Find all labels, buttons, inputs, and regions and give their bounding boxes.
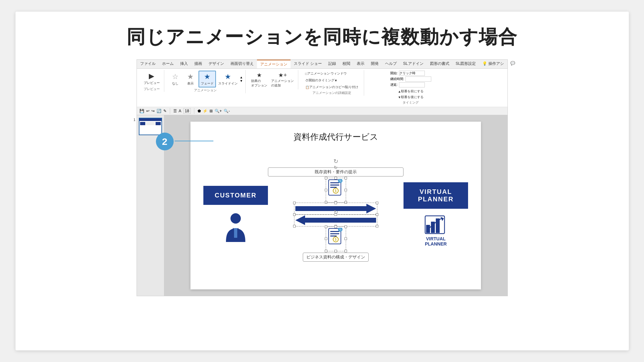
- slide-thumb-container: 1: [139, 118, 162, 135]
- anim-detail-group: □ アニメーション ウィンドウ ⏱ 開始のタイミング ▼ 📋 アニメーションのコ…: [300, 70, 364, 96]
- font-size[interactable]: 18: [183, 108, 191, 114]
- align-icon[interactable]: ⊞: [210, 109, 213, 113]
- duration-input[interactable]: [405, 76, 431, 82]
- tab-review[interactable]: 校閲: [339, 60, 353, 68]
- svg-text:$: $: [335, 189, 337, 193]
- anim-slide-icon: ★: [223, 72, 232, 81]
- order-down-btn[interactable]: ▼ 順番を後にする: [396, 95, 425, 100]
- slide-title: 資料作成代行サービス: [293, 131, 378, 143]
- anim-appear-btn[interactable]: ★ 表示: [183, 71, 198, 87]
- customer-box: CUSTOMER: [203, 186, 268, 205]
- add-animation-btn[interactable]: ★+ アニメーションの追加: [270, 71, 295, 89]
- tab-help-icon[interactable]: 💡 操作アシ: [479, 60, 507, 68]
- tab-comment[interactable]: 💬: [507, 60, 518, 68]
- svg-text:↻: ↻: [339, 228, 342, 231]
- animation-group: ☆ なし ★ 表示 ★ フェード ★ スライドイン: [166, 70, 246, 93]
- start-value-input[interactable]: [399, 71, 425, 76]
- connector-icon[interactable]: ⚡: [203, 109, 208, 113]
- order-up-btn[interactable]: ▲ 順番を前にする: [396, 89, 425, 94]
- slide-diagram: CUSTOMER: [203, 149, 468, 280]
- main-title: 同じアニメーションを同時に複数動かす場合: [127, 25, 517, 50]
- tab-file[interactable]: ファイル: [137, 60, 159, 68]
- slide-main: 資料作成代行サービス CUSTOMER: [164, 115, 507, 296]
- anim-fade-icon: ★: [203, 72, 212, 81]
- redo-icon[interactable]: ↪: [151, 109, 155, 113]
- effects-icon: ★: [257, 72, 262, 79]
- page-container: 同じアニメーションを同時に複数動かす場合 ファイル ホーム 挿入 描画 デザイン…: [15, 12, 629, 350]
- preview-group-label: プレビュー: [144, 87, 160, 91]
- start-timing-btn[interactable]: ⏱ 開始のタイミング ▼: [304, 77, 360, 83]
- person-svg: [223, 211, 249, 242]
- anim-detail-label: アニメーションの詳細設定: [312, 91, 351, 95]
- shape-icon[interactable]: ⬟: [198, 109, 201, 113]
- center-col: ↻ ↻ 既存資料・要件の提示: [268, 167, 404, 262]
- vp-col: VIRTUAL PLANNER: [404, 182, 468, 246]
- effects-group: ★ 効果のオプション ★+ アニメーションの追加: [247, 70, 298, 89]
- anim-fade-btn[interactable]: ★ フェード: [199, 71, 216, 87]
- customer-col: CUSTOMER: [203, 186, 268, 243]
- preview-group: ▶ プレビュー プレビュー: [139, 70, 164, 92]
- slide-area: 1 資料作成代行サービス: [137, 115, 507, 296]
- anim-slide-btn[interactable]: ★ スライドイン: [217, 71, 239, 87]
- tab-view[interactable]: 表示: [353, 60, 368, 68]
- vp-logo: VIRTUAL PLANNER: [424, 215, 447, 246]
- arrow-left-selected[interactable]: ↻: [295, 216, 376, 225]
- preview-button[interactable]: ▶ プレビュー: [142, 71, 161, 86]
- delay-input[interactable]: [399, 82, 425, 87]
- vp-logo-text: VIRTUAL PLANNER: [425, 236, 447, 246]
- preview-icon: ▶: [147, 72, 156, 81]
- svg-rect-1: [234, 228, 237, 238]
- slide-content: 資料作成代行サービス CUSTOMER: [190, 122, 481, 289]
- tab-record[interactable]: 記録: [325, 60, 339, 68]
- doc-top-selected[interactable]: $ ↻: [327, 179, 345, 201]
- save-icon[interactable]: 💾: [139, 109, 144, 113]
- anim-none-btn[interactable]: ☆ なし: [168, 71, 183, 87]
- doc-bottom-selected[interactable]: $ ↻: [327, 228, 345, 250]
- timing-label: タイミング: [403, 100, 419, 105]
- tab-help[interactable]: ヘルプ: [382, 60, 400, 68]
- undo-icon[interactable]: ↩: [146, 109, 149, 113]
- slide-thumbnail[interactable]: [139, 118, 162, 135]
- svg-text:$: $: [335, 238, 337, 241]
- svg-rect-5: [330, 187, 337, 188]
- tab-transitions[interactable]: 画面切り替え: [227, 60, 257, 68]
- effects-options-btn[interactable]: ★ 効果のオプション: [250, 71, 269, 89]
- animation-buttons: ☆ なし ★ 表示 ★ フェード ★ スライドイン: [168, 71, 243, 87]
- tab-draw[interactable]: 描画: [191, 60, 205, 68]
- label-bottom: ビジネス資料の構成・デザイン: [303, 253, 369, 262]
- anim-window-btn[interactable]: □ アニメーション ウィンドウ: [304, 71, 360, 76]
- zoom-out-icon[interactable]: 🔍-: [224, 109, 230, 113]
- svg-rect-13: [330, 236, 337, 236]
- powerpoint-window: ファイル ホーム 挿入 描画 デザイン 画面切り替え アニメーション スライド …: [137, 59, 508, 296]
- anim-appear-icon: ★: [186, 72, 195, 81]
- tab-home[interactable]: ホーム: [159, 60, 177, 68]
- tab-design[interactable]: デザイン: [205, 60, 227, 68]
- tab-insert[interactable]: 挿入: [177, 60, 191, 68]
- tab-animation[interactable]: アニメーション: [257, 60, 291, 68]
- vp-box: VIRTUAL PLANNER: [404, 182, 468, 209]
- ribbon-tabs: ファイル ホーム 挿入 描画 デザイン 画面切り替え アニメーション スライド …: [137, 60, 507, 69]
- tab-slideshow[interactable]: スライド ショー: [291, 60, 325, 68]
- list-icon[interactable]: ☰: [173, 109, 177, 113]
- ribbon-content: ▶ プレビュー プレビュー ☆ なし ★ 表示 ★: [137, 69, 507, 107]
- slide-number: 1: [134, 118, 136, 122]
- svg-point-0: [230, 213, 241, 224]
- zoom-in-icon[interactable]: 🔍+: [215, 109, 222, 113]
- svg-rect-12: [330, 233, 339, 234]
- tab-dev[interactable]: 開発: [368, 60, 382, 68]
- font-color-icon[interactable]: A: [179, 109, 181, 113]
- refresh-icon[interactable]: 🔄: [157, 109, 161, 113]
- tab-shape-format[interactable]: 図形の書式: [427, 60, 453, 68]
- add-anim-icon: ★+: [278, 72, 287, 79]
- customize-icon[interactable]: ✎: [163, 109, 167, 113]
- tab-sl-shape[interactable]: SL図形設定: [453, 60, 479, 68]
- svg-rect-11: [330, 231, 339, 232]
- anim-none-icon: ☆: [171, 72, 180, 81]
- step-badge-line: [175, 141, 213, 141]
- copy-animation-btn[interactable]: 📋 アニメーションのコピー/貼り付け: [304, 84, 360, 90]
- animation-group-label: アニメーション: [194, 88, 217, 93]
- toolbar: 💾 ↩ ↪ 🔄 ✎ ☰ A 18 ⬟ ⚡ ⊞ 🔍+ 🔍-: [137, 107, 507, 115]
- anim-scroll[interactable]: ▲ ▼: [240, 75, 243, 83]
- svg-rect-3: [330, 182, 339, 183]
- tab-sladdin[interactable]: SLアドイン: [400, 60, 427, 68]
